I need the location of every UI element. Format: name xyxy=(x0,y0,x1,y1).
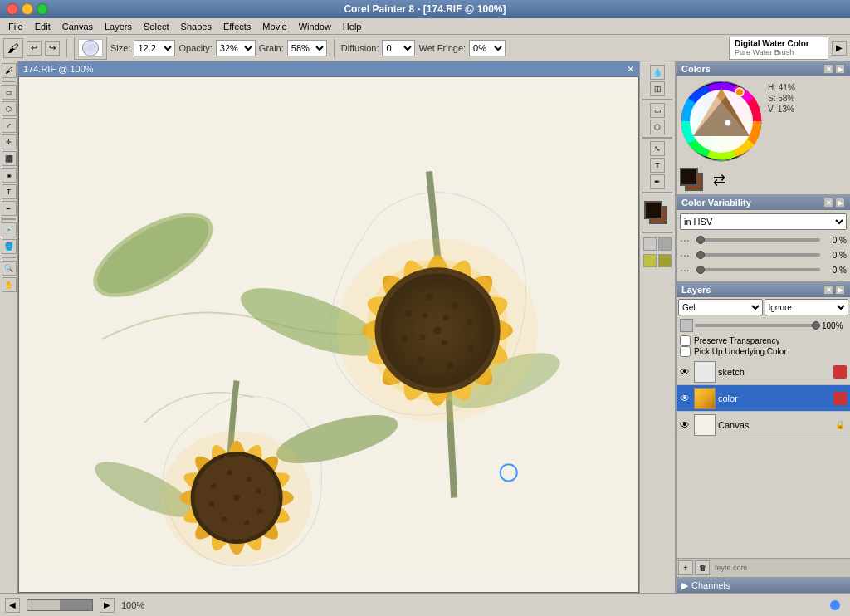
opacity-select[interactable]: 32% xyxy=(216,40,256,56)
brush-options-button[interactable]: ▶ xyxy=(832,41,847,56)
swap-colors-icon[interactable]: ⇄ xyxy=(713,171,725,189)
menu-window[interactable]: Window xyxy=(294,20,336,33)
opacity-slider[interactable] xyxy=(695,324,820,327)
layer-tool[interactable]: ◫ xyxy=(650,81,665,96)
layer-color[interactable]: 👁 color xyxy=(677,385,850,412)
right-panel: Colors ✕ ▶ xyxy=(676,61,850,593)
close-button[interactable] xyxy=(7,3,18,15)
layers-panel-header: Layers ✕ ▶ xyxy=(677,282,850,297)
text-tool[interactable]: T xyxy=(2,184,17,199)
rect-select-tool[interactable]: ▭ xyxy=(650,103,665,118)
paint-tool[interactable]: 🖌 xyxy=(2,63,17,78)
layer-canvas-visibility[interactable]: 👁 xyxy=(678,418,691,432)
channels-section[interactable]: ▶ Channels xyxy=(677,578,850,593)
paper-texture-1[interactable] xyxy=(643,237,657,251)
variability-menu[interactable]: ▶ xyxy=(835,198,845,208)
paper-texture-2[interactable] xyxy=(658,237,672,251)
canvas-content[interactable]: feyte.com 飞特教程网 xyxy=(18,76,639,593)
poly-select-tool[interactable]: ⬡ xyxy=(650,120,665,134)
layers-close[interactable]: ✕ xyxy=(823,285,833,295)
pick-up-color-checkbox[interactable] xyxy=(680,346,691,357)
menu-layers[interactable]: Layers xyxy=(100,20,137,33)
delete-layer-button[interactable]: 🗑 xyxy=(695,560,710,575)
blend-mode-select[interactable]: Gel Normal Multiply xyxy=(678,299,763,315)
brush-style-2[interactable] xyxy=(658,254,672,267)
pick-up-color-row: Pick Up Underlying Color xyxy=(680,346,847,357)
brush-info-display: Digital Water Color Pure Water Brush xyxy=(729,37,828,60)
window-controls[interactable] xyxy=(7,3,48,15)
menu-help[interactable]: Help xyxy=(338,20,367,33)
opacity-row: 100% xyxy=(677,317,850,334)
variability-slider-1[interactable] xyxy=(696,238,820,242)
menu-effects[interactable]: Effects xyxy=(218,20,256,33)
menu-file[interactable]: File xyxy=(3,20,28,33)
layer-color-visibility[interactable]: 👁 xyxy=(678,392,691,405)
new-layer-button[interactable]: + xyxy=(678,560,693,575)
layer-sketch[interactable]: 👁 sketch xyxy=(677,359,850,385)
select-rect-tool[interactable]: ▭ xyxy=(2,85,17,100)
eyedropper-tool[interactable]: 💉 xyxy=(2,222,17,237)
variability-header-buttons[interactable]: ✕ ▶ xyxy=(823,198,845,208)
scale-tool[interactable]: ⤡ xyxy=(650,141,665,156)
brush-preview[interactable] xyxy=(78,39,103,57)
zoom-tool[interactable]: 🔍 xyxy=(2,261,17,276)
layers-menu[interactable]: ▶ xyxy=(835,285,845,295)
layers-header-buttons[interactable]: ✕ ▶ xyxy=(823,285,845,295)
pen-tool2[interactable]: ✒ xyxy=(650,174,665,189)
brush-selector[interactable]: 🖌 xyxy=(3,38,23,58)
undo-button[interactable]: ↩ xyxy=(27,41,42,56)
variability-content: in HSV in RGB ··· 0 % ··· 0 % ··· 0 % xyxy=(677,210,850,281)
var-value-2: 0 % xyxy=(823,251,847,260)
colors-panel-close[interactable]: ✕ xyxy=(823,64,833,74)
pen-tool[interactable]: ✒ xyxy=(2,201,17,216)
redo-button[interactable]: ↪ xyxy=(45,41,60,56)
status-prev-button[interactable]: ◀ xyxy=(5,598,20,613)
fg-bg-swatches[interactable] xyxy=(680,168,710,193)
preserve-transparency-checkbox[interactable] xyxy=(680,335,691,346)
dropper-tool[interactable]: 💧 xyxy=(650,65,665,80)
colors-panel-buttons[interactable]: ✕ ▶ xyxy=(823,64,845,74)
variability-slider-3[interactable] xyxy=(696,268,820,271)
layer-sketch-visibility[interactable]: 👁 xyxy=(678,365,691,379)
colors-panel-menu[interactable]: ▶ xyxy=(835,64,845,74)
variability-mode-select[interactable]: in HSV in RGB xyxy=(680,213,847,230)
status-next-button[interactable]: ▶ xyxy=(100,598,115,613)
variability-slider-2[interactable] xyxy=(696,253,820,257)
grain-select[interactable]: 58% xyxy=(287,40,327,56)
color-wheel-container[interactable] xyxy=(680,80,763,163)
move-tool[interactable]: ✛ xyxy=(2,134,17,149)
opacity-icon xyxy=(680,319,693,332)
layer-canvas[interactable]: 👁 Canvas 🔒 xyxy=(677,412,850,438)
hsv-values: H: 41% S: 58% V: 13% xyxy=(768,80,795,114)
color-swatch-area[interactable] xyxy=(642,199,672,229)
maximize-button[interactable] xyxy=(37,3,48,15)
wet-fringe-select[interactable]: 0% xyxy=(469,40,506,56)
color-wheel-svg xyxy=(680,80,763,163)
status-indicator xyxy=(830,600,840,610)
gradient-tool[interactable]: ◈ xyxy=(2,168,17,183)
transform-tool[interactable]: ⤢ xyxy=(2,118,17,133)
swatch-row: ⇄ xyxy=(677,166,850,194)
hand-tool[interactable]: ✋ xyxy=(2,277,17,292)
tools-side-panel: 💧 ◫ ▭ ⬡ ⤡ T ✒ xyxy=(639,61,676,593)
primary-color-swatch[interactable] xyxy=(644,201,662,219)
canvas-close-button[interactable]: ✕ xyxy=(627,64,634,75)
select-lasso-tool[interactable]: ⬡ xyxy=(2,101,17,116)
menu-shapes[interactable]: Shapes xyxy=(176,20,217,33)
brush-style-1[interactable] xyxy=(643,254,657,267)
minimize-button[interactable] xyxy=(22,3,33,15)
size-select[interactable]: 12.2 xyxy=(134,40,175,56)
menu-movie[interactable]: Movie xyxy=(257,20,291,33)
menu-select[interactable]: Select xyxy=(139,20,174,33)
composite-select[interactable]: Ignore Add xyxy=(765,299,849,315)
text-tool2[interactable]: T xyxy=(650,158,665,173)
variability-close[interactable]: ✕ xyxy=(823,198,833,208)
variability-title: Color Variability xyxy=(681,198,751,208)
fg-swatch[interactable] xyxy=(680,168,698,186)
diffusion-select[interactable]: 0 xyxy=(382,40,415,56)
crop-tool[interactable]: ⬛ xyxy=(2,151,17,166)
menu-edit[interactable]: Edit xyxy=(30,20,56,33)
bucket-tool[interactable]: 🪣 xyxy=(2,239,17,254)
menu-canvas[interactable]: Canvas xyxy=(57,20,98,33)
layer-sketch-name: sketch xyxy=(718,367,833,377)
